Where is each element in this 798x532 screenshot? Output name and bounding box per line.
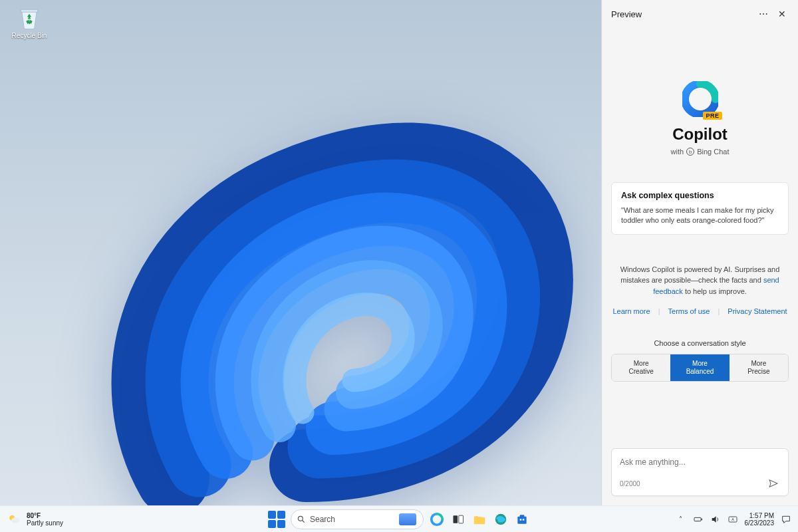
taskbar-edge[interactable] [493, 511, 509, 527]
recycle-bin-icon [17, 5, 42, 31]
copilot-subtitle: with b Bing Chat [671, 148, 730, 156]
subtitle-brand: Bing Chat [697, 148, 729, 156]
style-precise[interactable]: More Precise [730, 354, 788, 381]
taskbar: 80°F Partly sunny Search ˄ [0, 505, 798, 532]
style-creative[interactable]: More Creative [612, 354, 670, 381]
svg-point-2 [11, 517, 19, 523]
svg-rect-12 [694, 517, 701, 521]
taskview-icon [452, 513, 465, 526]
subtitle-prefix: with [671, 148, 684, 156]
notification-icon [781, 514, 791, 525]
links-row: Learn more | Terms of use | Privacy Stat… [612, 307, 787, 315]
terms-link[interactable]: Terms of use [668, 307, 710, 315]
search-placeholder: Search [310, 515, 335, 524]
panel-header: Preview ⋯ ✕ [602, 0, 798, 28]
char-counter: 0/2000 [620, 480, 640, 487]
card-example: "What are some meals I can make for my p… [621, 205, 779, 226]
separator: | [658, 307, 660, 315]
more-button[interactable]: ⋯ [754, 5, 773, 23]
tray-battery[interactable] [693, 514, 704, 525]
wallpaper-bloom [66, 40, 612, 505]
recycle-bin[interactable]: Recycle Bin [9, 5, 49, 39]
svg-rect-9 [520, 515, 525, 517]
taskbar-taskview[interactable] [450, 511, 466, 527]
taskbar-right: ˄ A 1:57 PM 6/23/2023 [676, 512, 792, 527]
send-button[interactable] [767, 477, 780, 490]
ime-icon: A [728, 514, 738, 525]
disclaimer: Windows Copilot is powered by AI. Surpri… [611, 264, 789, 297]
edge-icon [493, 512, 508, 527]
ellipsis-icon: ⋯ [759, 9, 768, 19]
input-area: 0/2000 [602, 440, 798, 505]
svg-rect-13 [701, 518, 702, 520]
copilot-logo: PRE [682, 81, 718, 117]
folder-icon [472, 512, 487, 527]
close-icon: ✕ [778, 9, 786, 19]
svg-rect-0 [21, 9, 37, 12]
svg-rect-11 [523, 519, 525, 521]
search-icon [297, 515, 306, 524]
tray-chevron[interactable]: ˄ [676, 514, 686, 525]
tray-ime[interactable]: A [728, 514, 738, 525]
copilot-title: Copilot [671, 125, 730, 144]
tray-notifications[interactable] [781, 514, 791, 525]
svg-rect-10 [520, 519, 522, 521]
style-line2: Precise [732, 368, 785, 376]
weather-desc: Partly sunny [27, 519, 63, 527]
store-icon [515, 513, 529, 526]
weather-temp: 80°F [27, 512, 63, 519]
style-picker: More Creative More Balanced More Precise [611, 354, 789, 382]
close-button[interactable]: ✕ [773, 5, 791, 23]
disclaimer-text-1: Windows Copilot is powered by AI. Surpri… [620, 265, 780, 285]
disclaimer-text-2: to help us improve. [683, 287, 747, 295]
clock-time: 1:57 PM [745, 512, 775, 519]
copilot-panel: Preview ⋯ ✕ PRE Copi [601, 0, 798, 505]
taskbar-center: Search [268, 509, 530, 529]
style-balanced[interactable]: More Balanced [670, 354, 729, 381]
learn-more-link[interactable]: Learn more [612, 307, 650, 315]
taskbar-store[interactable] [514, 511, 530, 527]
bing-icon: b [686, 148, 694, 156]
style-line2: Creative [614, 368, 668, 376]
pre-badge: PRE [703, 112, 722, 120]
separator: | [718, 307, 720, 315]
taskbar-copilot[interactable] [429, 511, 445, 527]
privacy-link[interactable]: Privacy Statement [728, 307, 787, 315]
style-label: Choose a conversation style [654, 339, 745, 347]
style-line2: Balanced [673, 368, 726, 376]
taskbar-search[interactable]: Search [291, 509, 424, 529]
chat-input[interactable] [620, 458, 780, 467]
recycle-bin-label: Recycle Bin [9, 32, 49, 39]
search-highlight-icon [399, 513, 416, 525]
chat-input-box[interactable]: 0/2000 [611, 448, 789, 496]
svg-rect-5 [454, 515, 458, 523]
svg-text:A: A [732, 517, 734, 521]
weather-widget[interactable]: 80°F Partly sunny [7, 512, 63, 527]
svg-line-4 [303, 520, 305, 522]
weather-icon [7, 512, 21, 527]
style-line1: More [732, 360, 785, 368]
taskbar-clock[interactable]: 1:57 PM 6/23/2023 [745, 512, 775, 527]
start-button[interactable] [268, 511, 285, 528]
taskbar-explorer[interactable] [471, 511, 487, 527]
style-line1: More [614, 360, 668, 368]
svg-rect-8 [517, 516, 526, 523]
panel-title: Preview [611, 9, 642, 19]
clock-date: 6/23/2023 [745, 519, 775, 527]
card-heading: Ask complex questions [621, 191, 779, 200]
svg-rect-6 [459, 515, 464, 523]
copilot-icon [430, 512, 444, 527]
chevron-up-icon: ˄ [679, 515, 682, 523]
suggestion-card[interactable]: Ask complex questions "What are some mea… [611, 182, 789, 235]
svg-point-3 [298, 516, 303, 521]
send-icon [768, 478, 779, 489]
volume-icon [710, 514, 721, 525]
style-line1: More [673, 360, 726, 368]
tray-volume[interactable] [710, 514, 721, 525]
battery-icon [693, 514, 704, 525]
